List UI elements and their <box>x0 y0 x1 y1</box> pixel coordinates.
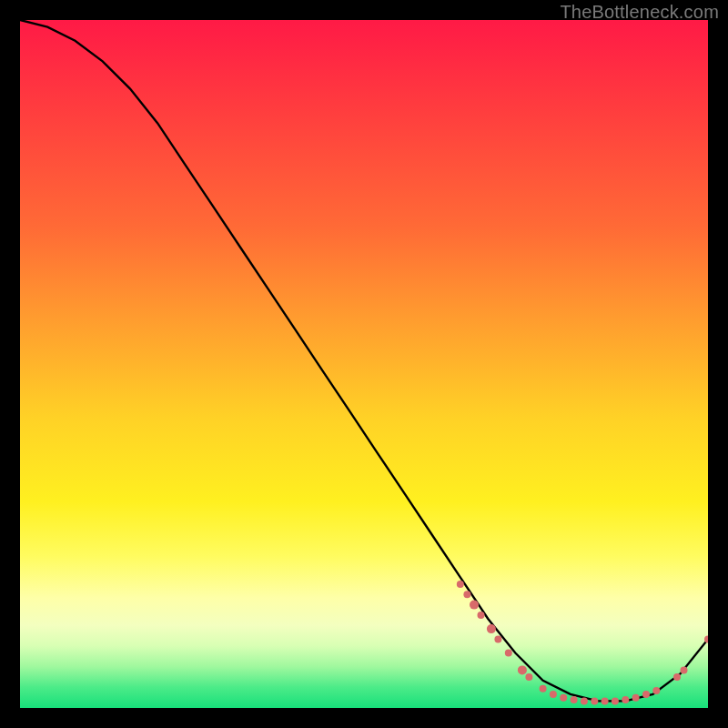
data-marker <box>494 635 501 642</box>
chart-overlay <box>20 20 708 708</box>
data-marker <box>463 591 470 598</box>
data-marker <box>652 687 660 694</box>
data-marker <box>550 691 557 698</box>
data-marker <box>540 685 547 693</box>
data-marker <box>457 581 464 588</box>
data-marker <box>581 697 588 704</box>
data-marker <box>478 612 485 619</box>
data-marker <box>622 696 629 703</box>
data-marker <box>470 601 479 610</box>
chart-frame: TheBottleneck.com <box>0 0 728 728</box>
data-marker <box>560 694 567 702</box>
data-marker <box>518 665 527 674</box>
data-marker <box>591 697 598 704</box>
curve-line <box>20 20 708 701</box>
data-marker <box>681 666 688 673</box>
data-marker <box>673 673 681 681</box>
data-marker <box>642 691 650 698</box>
data-marker <box>602 697 609 704</box>
data-marker <box>487 624 496 633</box>
data-marker <box>505 650 512 657</box>
data-marker <box>612 697 619 704</box>
data-marker <box>571 696 578 703</box>
plot-area <box>20 20 708 708</box>
data-marker <box>632 694 640 702</box>
data-marker <box>525 673 532 681</box>
data-markers <box>457 581 708 705</box>
attribution-text: TheBottleneck.com <box>560 2 719 23</box>
